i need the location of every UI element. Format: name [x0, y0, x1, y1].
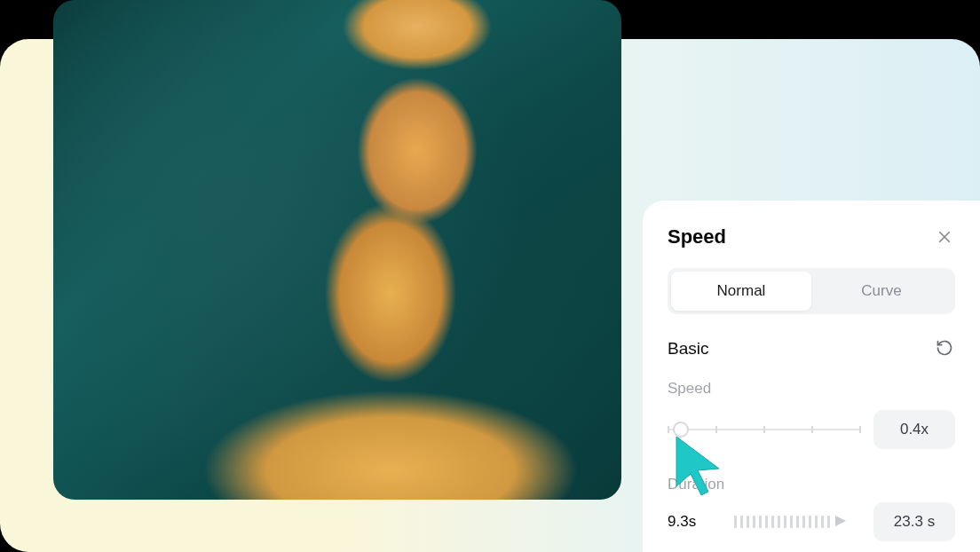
speed-panel: Speed Normal Curve Basic Speed: [643, 201, 980, 552]
speed-label: Speed: [668, 380, 955, 398]
duration-start-value: 9.3s: [668, 513, 707, 531]
speed-slider-thumb[interactable]: [673, 422, 689, 438]
play-arrow-icon: [835, 514, 846, 530]
section-header: Basic: [668, 339, 955, 359]
duration-scrubber[interactable]: [719, 514, 861, 530]
svg-marker-2: [835, 516, 846, 526]
duration-label: Duration: [668, 476, 955, 493]
speed-value[interactable]: 0.4x: [873, 410, 955, 449]
speed-mode-tabs: Normal Curve: [668, 268, 955, 314]
duration-row: 9.3s 23.3 s: [668, 502, 955, 541]
close-icon: [937, 229, 952, 245]
speed-row: 0.4x: [668, 410, 955, 449]
speed-slider[interactable]: [668, 421, 859, 438]
section-title: Basic: [668, 339, 708, 359]
duration-end-value[interactable]: 23.3 s: [873, 502, 955, 541]
tab-normal[interactable]: Normal: [671, 272, 811, 311]
video-preview[interactable]: [53, 0, 621, 500]
panel-title: Speed: [668, 225, 726, 248]
slider-line: [668, 429, 859, 430]
close-button[interactable]: [934, 226, 955, 248]
reset-button[interactable]: [936, 339, 955, 359]
tab-curve[interactable]: Curve: [811, 272, 952, 311]
panel-header: Speed: [668, 225, 955, 248]
reset-icon: [936, 339, 953, 357]
